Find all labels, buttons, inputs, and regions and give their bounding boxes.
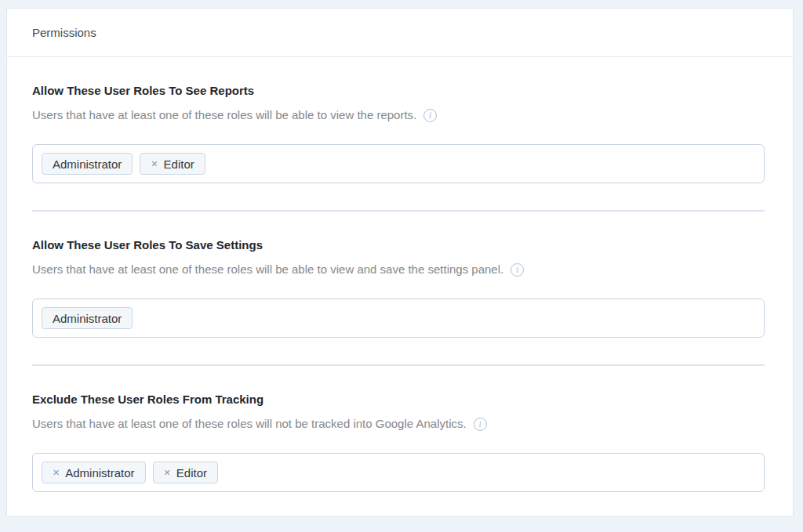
section-description: Users that have at least one of these ro… [32,107,765,123]
section-description-text: Users that have at least one of these ro… [32,262,503,277]
section-description-text: Users that have at least one of these ro… [32,416,467,432]
role-tag-label: Editor [176,466,207,480]
role-tag-label: Editor [164,157,194,171]
info-icon-glyph: i [478,419,481,429]
section-see-reports: Allow These User Roles To See Reports Us… [32,83,765,183]
section-divider [32,364,765,366]
panel-header: Permissions [7,9,793,57]
info-icon[interactable]: i [474,418,487,431]
role-tag: ✕ Editor [140,153,205,175]
role-tag: Administrator [42,307,133,329]
role-tag: ✕ Editor [153,461,218,483]
section-exclude-tracking: Exclude These User Roles From Tracking U… [32,392,765,492]
info-icon-glyph: i [516,265,518,274]
remove-tag-icon[interactable]: ✕ [151,160,158,168]
section-heading: Allow These User Roles To See Reports [32,83,765,99]
role-tag: Administrator [42,153,133,175]
role-tag: ✕ Administrator [42,461,146,483]
section-description: Users that have at least one of these ro… [32,262,765,277]
section-heading: Allow These User Roles To Save Settings [32,237,765,253]
section-save-settings: Allow These User Roles To Save Settings … [32,237,765,338]
permissions-panel: Permissions Allow These User Roles To Se… [6,8,794,517]
section-heading: Exclude These User Roles From Tracking [32,392,765,407]
role-tag-label: Administrator [65,466,134,480]
role-tag-label: Administrator [53,157,122,171]
section-description-text: Users that have at least one of these ro… [32,107,416,123]
role-tag-label: Administrator [53,312,122,325]
info-icon[interactable]: i [423,109,437,122]
remove-tag-icon[interactable]: ✕ [53,469,60,477]
role-select-input-save-settings[interactable]: Administrator [32,299,765,338]
info-icon[interactable]: i [511,263,524,277]
role-select-input-exclude-tracking[interactable]: ✕ Administrator ✕ Editor [32,453,765,492]
panel-title: Permissions [32,26,96,39]
remove-tag-icon[interactable]: ✕ [164,469,171,477]
panel-body: Allow These User Roles To See Reports Us… [7,83,793,492]
info-icon-glyph: i [429,110,431,120]
section-divider [32,210,765,212]
role-select-input-see-reports[interactable]: Administrator ✕ Editor [32,144,765,183]
section-description: Users that have at least one of these ro… [32,416,765,432]
